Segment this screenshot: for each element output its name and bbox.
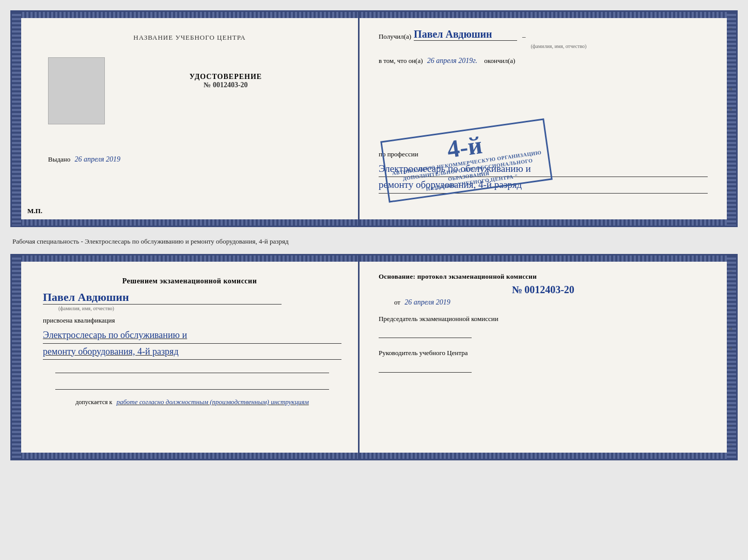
bottom-booklet-right: Основание: протокол экзаменационной коми… bbox=[360, 255, 736, 459]
qual-line2: ремонту оборудования, 4-й разряд bbox=[43, 344, 341, 360]
vydano-line: Выдано 26 апреля 2019 bbox=[48, 155, 120, 164]
page-wrapper: НАЗВАНИЕ УЧЕБНОГО ЦЕНТРА УДОСТОВЕРЕНИЕ №… bbox=[10, 10, 738, 460]
recipient-name: Павел Авдюшин bbox=[414, 28, 492, 40]
po-professii-label: по профессии bbox=[379, 150, 708, 158]
stamp-area: 4-й АВТОНОМНУЮ НЕКОММЕРЧЕСКУЮ ОРГАНИЗАЦИ… bbox=[379, 68, 708, 135]
blank-line-1 bbox=[55, 363, 329, 373]
name-area: Павел Авдюшин (фамилия, имя, отчество) bbox=[38, 291, 341, 311]
qual-line1: Электрослесарь по обслуживанию и bbox=[43, 327, 341, 344]
допускается-line: допускается к работе согласно должностны… bbox=[70, 398, 309, 406]
bottom-right-side-dashes: – – – и а ← – – – – bbox=[728, 255, 734, 459]
vydano-date: 26 апреля 2019 bbox=[75, 155, 120, 163]
name-field: Павел Авдюшин bbox=[414, 28, 517, 41]
rukovoditel-block: Руководитель учебного Центра bbox=[379, 348, 708, 372]
left-inner: НАЗВАНИЕ УЧЕБНОГО ЦЕНТРА УДОСТОВЕРЕНИЕ №… bbox=[22, 27, 348, 215]
ot-line: от 26 апреля 2019 bbox=[394, 298, 708, 307]
right-inner: Получил(a) Павел Авдюшин – (фамилия, имя… bbox=[372, 22, 723, 200]
profession-block: по профессии Электрослесарь по обслужива… bbox=[379, 150, 708, 194]
vtom-date: 26 апреля 2019г. bbox=[427, 57, 477, 65]
prisvoena-label: присвоена квалификация bbox=[38, 316, 341, 325]
bottom-name-subtitle: (фамилия, имя, отчество) bbox=[58, 306, 341, 311]
bottom-booklet-left: Решением экзаменационной комиссии Павел … bbox=[12, 255, 360, 459]
mp-label: М.П. bbox=[27, 207, 42, 215]
допускается-value: работе согласно должностным (производств… bbox=[116, 398, 308, 406]
profession-line2: ремонту оборудования, 4-й разряд bbox=[379, 177, 708, 193]
recipient-line: Получил(a) Павел Авдюшин – bbox=[379, 28, 708, 41]
udostoverenie-block: УДОСТОВЕРЕНИЕ № 0012403-20 bbox=[110, 73, 341, 89]
protocol-number: 0012403-20 bbox=[524, 284, 574, 295]
stamp-spacer bbox=[379, 68, 708, 135]
top-booklet: НАЗВАНИЕ УЧЕБНОГО ЦЕНТРА УДОСТОВЕРЕНИЕ №… bbox=[10, 10, 738, 227]
name-subtitle: (фамилия, имя, отчество) bbox=[410, 43, 708, 49]
protocol-number-area: № 0012403-20 bbox=[379, 284, 708, 296]
blank-line-2 bbox=[55, 379, 329, 390]
bottom-name: Павел Авдюшин bbox=[43, 291, 341, 304]
decision-title: Решением экзаменационной комиссии bbox=[122, 277, 257, 285]
vtom-line: в том, что он(a) 26 апреля 2019г. окончи… bbox=[379, 57, 708, 65]
profession-line1: Электрослесарь по обслуживанию и bbox=[379, 161, 708, 177]
rukovoditel-label: Руководитель учебного Центра bbox=[379, 348, 708, 358]
udost-title: УДОСТОВЕРЕНИЕ bbox=[110, 73, 341, 81]
training-center-title: НАЗВАНИЕ УЧЕБНОГО ЦЕНТРА bbox=[133, 34, 245, 42]
chairman-signature bbox=[379, 328, 472, 338]
bottom-left-inner: Решением экзаменационной комиссии Павел … bbox=[22, 271, 348, 449]
bottom-right-inner: Основание: протокол экзаменационной коми… bbox=[372, 266, 723, 383]
top-booklet-left: НАЗВАНИЕ УЧЕБНОГО ЦЕНТРА УДОСТОВЕРЕНИЕ №… bbox=[12, 12, 360, 226]
photo-placeholder bbox=[48, 57, 105, 124]
right-side-dashes: – – – и а ← – – – – bbox=[728, 12, 734, 226]
name-underline bbox=[43, 304, 282, 305]
osnование-title: Основание: протокол экзаменационной коми… bbox=[379, 272, 708, 281]
top-booklet-right: Получил(a) Павел Авдюшин – (фамилия, имя… bbox=[360, 12, 736, 226]
qualification-area: Электрослесарь по обслуживанию и ремонту… bbox=[38, 327, 341, 360]
udost-block: УДОСТОВЕРЕНИЕ № 0012403-20 bbox=[110, 57, 341, 89]
ot-date: 26 апреля 2019 bbox=[404, 298, 450, 306]
rukovoditel-signature bbox=[379, 362, 472, 373]
middle-text: Рабочая специальность - Электрослесарь п… bbox=[10, 233, 738, 248]
bottom-booklet: Решением экзаменационной комиссии Павел … bbox=[10, 254, 738, 460]
chairman-block: Председатель экзаменационной комиссии bbox=[379, 314, 708, 338]
chairman-label: Председатель экзаменационной комиссии bbox=[379, 314, 708, 324]
udost-number: № 0012403-20 bbox=[110, 81, 341, 89]
